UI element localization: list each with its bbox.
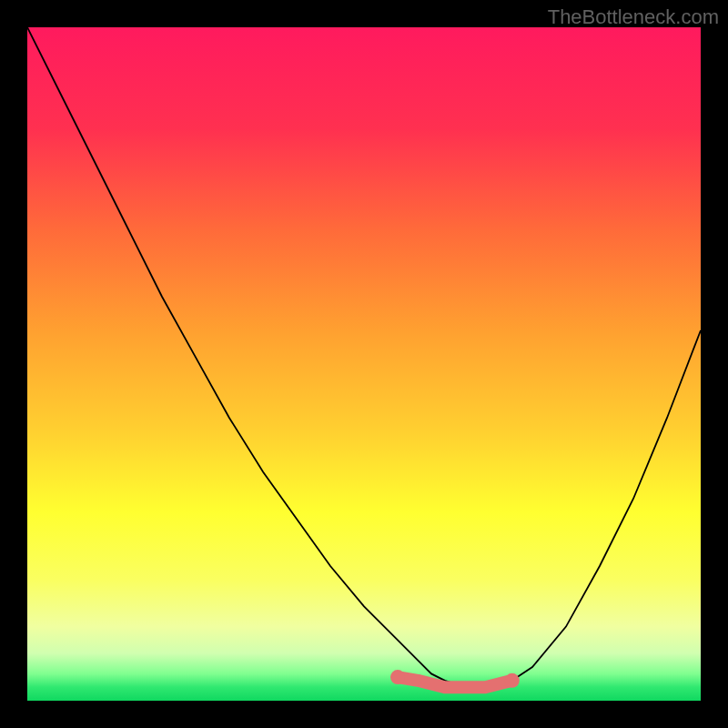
watermark-text: TheBottleneck.com bbox=[548, 5, 719, 29]
optimal-zone-endpoint bbox=[505, 673, 520, 688]
chart-container: TheBottleneck.com bbox=[0, 0, 728, 728]
optimal-zone-band bbox=[398, 677, 512, 687]
bottleneck-curve-svg bbox=[27, 27, 701, 701]
plot-area bbox=[27, 27, 701, 701]
bottleneck-curve bbox=[27, 27, 701, 687]
optimal-zone-endpoint bbox=[390, 670, 405, 684]
